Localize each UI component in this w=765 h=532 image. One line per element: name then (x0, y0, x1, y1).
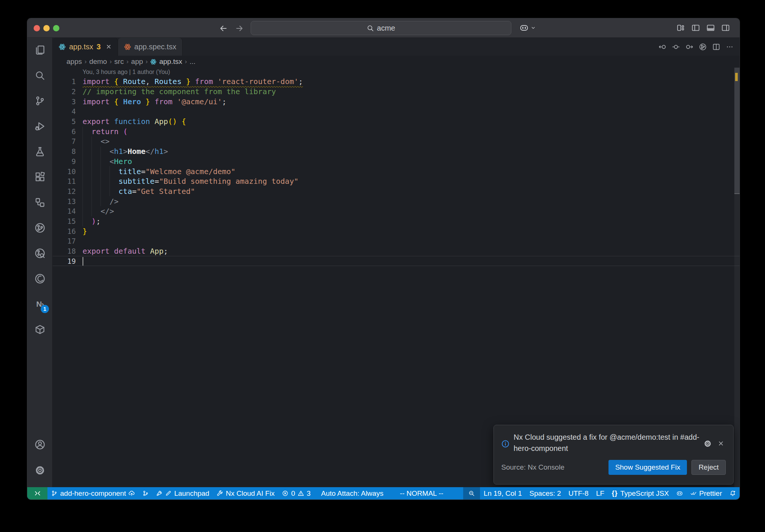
previous-change-icon[interactable] (659, 43, 666, 51)
activity-run-debug[interactable] (27, 116, 53, 137)
status-eol[interactable]: LF (592, 487, 608, 499)
code-line-17[interactable]: 17 (53, 236, 740, 246)
status-zoom-indicator[interactable] (463, 487, 480, 499)
breadcrumb[interactable]: apps›demo›src›app›app.tsx›... (53, 56, 740, 68)
status-gitlens-launchpad[interactable]: Launchpad (152, 487, 213, 499)
next-change-icon[interactable] (685, 43, 693, 51)
react-icon (59, 43, 66, 50)
code-line-7[interactable]: 7 <> (53, 136, 740, 146)
status-notifications-bell[interactable] (726, 487, 740, 499)
toggle-primary-sidebar-icon[interactable] (691, 24, 700, 32)
code-line-3[interactable]: 3import { Hero } from '@acme/ui'; (53, 96, 740, 106)
status-git-branch[interactable]: add-hero-component (47, 487, 139, 499)
open-changes-icon[interactable] (672, 43, 680, 51)
activity-edge-tools[interactable] (27, 268, 53, 289)
code-line-16[interactable]: 16} (53, 226, 740, 236)
breadcrumb-item[interactable]: app (131, 58, 143, 66)
code-line-9[interactable]: 9 <Hero (53, 157, 740, 167)
activity-explorer[interactable] (27, 40, 53, 61)
line-number: 4 (53, 107, 76, 115)
code-line-14[interactable]: 14 </> (53, 206, 740, 216)
beaker-icon (35, 146, 45, 157)
tab-app.spec.tsx[interactable]: app.spec.tsx (118, 38, 183, 56)
activity-nx-console[interactable]: N›1 (27, 294, 53, 315)
breadcrumb-symbol-ellipsis[interactable]: ... (189, 58, 195, 66)
status-label: add-hero-component (60, 489, 126, 498)
navigate-back-icon[interactable] (219, 24, 228, 33)
code-line-18[interactable]: 18export default App; (53, 246, 740, 256)
command-center-search[interactable]: acme (251, 21, 511, 35)
status-commit-graph[interactable] (139, 487, 152, 499)
macos-close-button[interactable] (34, 25, 40, 31)
macos-minimize-button[interactable] (43, 25, 50, 31)
activity-source-control[interactable] (27, 90, 53, 111)
activity-extensions[interactable] (27, 167, 53, 188)
commit-graph-icon (142, 490, 149, 497)
split-editor-icon[interactable] (712, 43, 720, 51)
line-content: export default App; (76, 247, 168, 256)
code-line-2[interactable]: 2// importing the component from the lib… (53, 87, 740, 97)
line-content: cta="Get Started" (76, 187, 195, 196)
status-language-mode[interactable]: {}TypeScript JSX (608, 487, 673, 499)
activity-search[interactable] (27, 65, 53, 86)
breadcrumb-item[interactable]: src (114, 58, 124, 66)
overview-ruler-warning-mark (735, 73, 738, 81)
line-number: 18 (53, 247, 76, 255)
code-line-19[interactable]: 19 (53, 256, 740, 266)
code-line-13[interactable]: 13 /> (53, 196, 740, 206)
double-check-icon (690, 490, 697, 497)
code-editor[interactable]: You, 3 hours ago | 1 author (You) 1impor… (53, 68, 740, 487)
activity-package-explorer[interactable] (27, 319, 53, 340)
breadcrumb-separator: › (84, 58, 87, 65)
breadcrumb-file[interactable]: app.tsx (159, 58, 182, 66)
gitlens-blame-annotation: You, 3 hours ago | 1 author (You) (53, 68, 740, 77)
scrollbar-slider[interactable] (734, 68, 740, 194)
show-suggested-fix-button[interactable]: Show Suggested Fix (608, 460, 687, 475)
activity-accounts[interactable] (27, 434, 53, 455)
activity-settings[interactable] (27, 460, 53, 481)
tab-close-icon[interactable] (106, 44, 112, 50)
toggle-secondary-sidebar-icon[interactable] (721, 24, 730, 32)
notification-close-icon[interactable] (718, 433, 724, 454)
status-label: 3 (307, 489, 311, 498)
status-indentation[interactable]: Spaces: 2 (526, 487, 565, 499)
activity-gitlens[interactable] (27, 217, 53, 238)
code-line-6[interactable]: 6 return ( (53, 126, 740, 136)
customize-layout-icon[interactable] (676, 24, 685, 32)
reject-button[interactable]: Reject (691, 460, 726, 475)
bell-icon (730, 490, 736, 497)
file-history-icon[interactable] (699, 43, 707, 51)
activity-gitlens-inspect[interactable] (27, 243, 53, 264)
activity-testing[interactable] (27, 141, 53, 162)
toggle-panel-icon[interactable] (706, 24, 715, 32)
copilot-menu[interactable] (520, 23, 536, 32)
status-problems[interactable]: 03 (278, 487, 314, 499)
macos-maximize-button[interactable] (53, 25, 59, 31)
more-actions-icon[interactable] (726, 43, 734, 51)
status-formatter[interactable]: Prettier (687, 487, 726, 499)
breadcrumb-item[interactable]: demo (89, 58, 107, 66)
status-encoding[interactable]: UTF-8 (565, 487, 592, 499)
status-vim-mode[interactable]: -- NORMAL -- (390, 487, 453, 499)
status-auto-attach[interactable]: Auto Attach: Always (315, 487, 390, 499)
notification-settings-icon[interactable] (704, 433, 712, 454)
tab-app.tsx[interactable]: app.tsx3 (53, 38, 118, 56)
code-line-11[interactable]: 11 subtitle="Build something amazing tod… (53, 176, 740, 186)
activity-project-details[interactable] (27, 192, 53, 213)
navigate-forward-icon[interactable] (235, 24, 244, 33)
code-line-8[interactable]: 8 <h1>Home</h1> (53, 146, 740, 157)
line-number: 13 (53, 197, 76, 205)
breadcrumb-item[interactable]: apps (66, 58, 82, 66)
code-line-15[interactable]: 15 ); (53, 216, 740, 226)
status-nx-cloud-ai-fix[interactable]: Nx Cloud AI Fix (213, 487, 278, 499)
code-line-12[interactable]: 12 cta="Get Started" (53, 186, 740, 197)
code-line-5[interactable]: 5export function App() { (53, 117, 740, 127)
status-cursor-position[interactable]: Ln 19, Col 1 (480, 487, 526, 499)
code-line-10[interactable]: 10 title="Welcmoe @acme/demo" (53, 166, 740, 176)
editor-scrollbar[interactable] (734, 68, 740, 487)
files-icon (35, 45, 45, 55)
status-remote-indicator[interactable] (27, 487, 47, 499)
status-copilot-status[interactable] (673, 487, 687, 499)
code-line-4[interactable]: 4 (53, 106, 740, 117)
code-line-1[interactable]: 1import { Route, Routes } from 'react-ro… (53, 77, 740, 87)
